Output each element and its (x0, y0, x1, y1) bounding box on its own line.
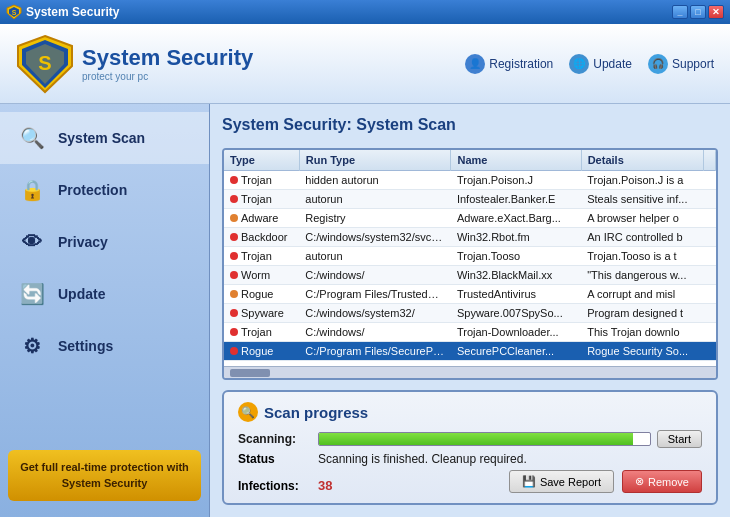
logo-text: System Security protect your pc (82, 45, 253, 82)
cell-details: Rogue Security So... (581, 342, 703, 361)
infections-label: Infections: (238, 479, 318, 493)
registration-button[interactable]: 👤 Registration (465, 54, 553, 74)
progress-bar (319, 433, 633, 445)
sidebar-item-update[interactable]: 🔄 Update (0, 268, 209, 320)
infections-row: Infections: 38 (238, 478, 332, 493)
cell-name: Trojan-Downloader... (451, 323, 581, 342)
progress-bar-container (318, 432, 651, 446)
threat-dot (230, 195, 238, 203)
maximize-button[interactable]: □ (690, 5, 706, 19)
cell-details: This Trojan downlo (581, 323, 703, 342)
table-row[interactable]: Trojan autorun Infostealer.Banker.E Stea… (224, 190, 716, 209)
table-row[interactable]: Adware Registry Adware.eXact.Barg... A b… (224, 209, 716, 228)
sidebar-label-system-scan: System Scan (58, 130, 145, 146)
logo-area: S System Security protect your pc (16, 34, 465, 94)
sidebar-label-update: Update (58, 286, 105, 302)
protection-icon: 🔒 (16, 174, 48, 206)
cell-name: SecurePCCleaner... (451, 342, 581, 361)
progress-title: 🔍 Scan progress (238, 402, 702, 422)
cell-type: Trojan (224, 190, 299, 209)
cell-type: Spyware (224, 304, 299, 323)
table-row[interactable]: Rogue C:/Program Files/SecurePCCleaner S… (224, 342, 716, 361)
table-row[interactable]: Trojan C:/windows/ Trojan-Downloader... … (224, 323, 716, 342)
close-button[interactable]: ✕ (708, 5, 724, 19)
titlebar: S System Security _ □ ✕ (0, 0, 730, 24)
cell-name: Trojan.Poison.J (451, 171, 581, 190)
action-buttons: 💾 Save Report ⊗ Remove (509, 470, 702, 493)
svg-text:S: S (38, 52, 51, 74)
cell-type: Worm (224, 266, 299, 285)
threat-dot (230, 176, 238, 184)
status-text: Scanning is finished. Cleanup required. (318, 452, 527, 466)
cell-type: Backdoor (224, 228, 299, 247)
cell-details: Trojan.Poison.J is a (581, 171, 703, 190)
table-row[interactable]: Spyware C:/windows/system32/ Spyware.007… (224, 304, 716, 323)
support-button[interactable]: 🎧 Support (648, 54, 714, 74)
cell-details: A browser helper o (581, 209, 703, 228)
cell-name: Adware.eXact.Barg... (451, 209, 581, 228)
app-title: System Security (82, 45, 253, 71)
status-label: Status (238, 452, 318, 466)
cell-runtype: C:/windows/system32/svchost.exe (299, 228, 451, 247)
table-row[interactable]: Worm C:/windows/ Win32.BlackMail.xx "Thi… (224, 266, 716, 285)
sidebar-item-privacy[interactable]: 👁 Privacy (0, 216, 209, 268)
globe-icon: 🌐 (569, 54, 589, 74)
cell-details: An IRC controlled b (581, 228, 703, 247)
cell-type: Trojan (224, 171, 299, 190)
scan-results-panel: Type Run Type Name Details Trojan hidden… (222, 148, 718, 380)
col-details: Details (581, 150, 703, 171)
cell-name: Win32.BlackMail.xx (451, 266, 581, 285)
cell-details: Program designed t (581, 304, 703, 323)
main-content: System Security: System Scan Type Run Ty… (210, 104, 730, 517)
col-type: Type (224, 150, 299, 171)
cell-runtype: Registry (299, 209, 451, 228)
threat-dot (230, 233, 238, 241)
horizontal-scrollbar[interactable] (224, 366, 716, 378)
cell-runtype: C:/windows/system32/ (299, 304, 451, 323)
sidebar-item-protection[interactable]: 🔒 Protection (0, 164, 209, 216)
scan-table: Type Run Type Name Details Trojan hidden… (224, 150, 716, 366)
cell-details: "This dangerous w... (581, 266, 703, 285)
remove-icon: ⊗ (635, 475, 644, 488)
table-row[interactable]: Trojan hidden autorun Trojan.Poison.J Tr… (224, 171, 716, 190)
cell-type: Trojan (224, 323, 299, 342)
update-button[interactable]: 🌐 Update (569, 54, 632, 74)
header: S System Security protect your pc 👤 Regi… (0, 24, 730, 104)
app-subtitle: protect your pc (82, 71, 253, 82)
start-button[interactable]: Start (657, 430, 702, 448)
table-row[interactable]: Trojan autorun Trojan.Tooso Trojan.Tooso… (224, 247, 716, 266)
cell-type: Trojan (224, 247, 299, 266)
header-nav: 👤 Registration 🌐 Update 🎧 Support (465, 54, 714, 74)
sidebar-label-protection: Protection (58, 182, 127, 198)
settings-icon: ⚙ (16, 330, 48, 362)
sidebar-item-system-scan[interactable]: 🔍 System Scan (0, 112, 209, 164)
svg-text:S: S (12, 9, 17, 16)
table-row[interactable]: Rogue C:/Program Files/TrustedAntivirus … (224, 285, 716, 304)
cell-runtype: C:/windows/ (299, 323, 451, 342)
sidebar-label-privacy: Privacy (58, 234, 108, 250)
body: 🔍 System Scan 🔒 Protection 👁 Privacy 🔄 U… (0, 104, 730, 517)
scan-table-container[interactable]: Type Run Type Name Details Trojan hidden… (224, 150, 716, 366)
threat-dot (230, 347, 238, 355)
cell-name: Infostealer.Banker.E (451, 190, 581, 209)
cell-runtype: C:/Program Files/SecurePCCleaner (299, 342, 451, 361)
promo-banner[interactable]: Get full real-time protection with Syste… (8, 450, 201, 501)
col-scroll (704, 150, 716, 171)
progress-panel: 🔍 Scan progress Scanning: Start Status S… (222, 390, 718, 505)
minimize-button[interactable]: _ (672, 5, 688, 19)
threat-dot (230, 271, 238, 279)
sidebar-item-settings[interactable]: ⚙ Settings (0, 320, 209, 372)
cell-runtype: C:/windows/ (299, 266, 451, 285)
headset-icon: 🎧 (648, 54, 668, 74)
col-name: Name (451, 150, 581, 171)
threat-dot (230, 309, 238, 317)
scan-icon: 🔍 (16, 122, 48, 154)
main-window: S System Security protect your pc 👤 Regi… (0, 24, 730, 517)
threat-dot (230, 328, 238, 336)
window-controls: _ □ ✕ (672, 5, 724, 19)
window-title: System Security (26, 5, 672, 19)
save-report-button[interactable]: 💾 Save Report (509, 470, 614, 493)
table-row[interactable]: Backdoor C:/windows/system32/svchost.exe… (224, 228, 716, 247)
bottom-actions: Infections: 38 💾 Save Report ⊗ Remove (238, 470, 702, 493)
remove-button[interactable]: ⊗ Remove (622, 470, 702, 493)
